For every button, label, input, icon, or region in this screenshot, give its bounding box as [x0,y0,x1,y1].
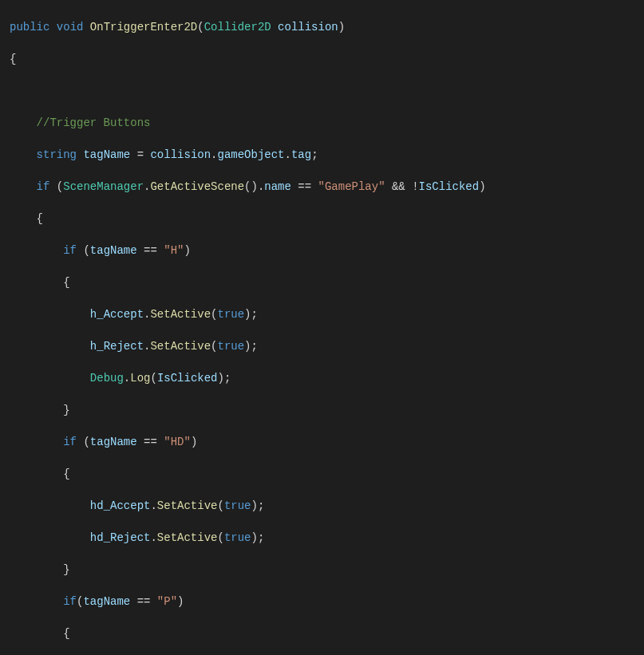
type-name: Collider2D [204,21,271,34]
code-line: h_Reject.SetActive(true); [3,338,644,354]
code-line: string tagName = collision.gameObject.ta… [3,147,644,163]
code-line: if (tagName == "H") [3,243,644,258]
code-line: hd_Accept.SetActive(true); [3,498,644,514]
code-editor[interactable]: public void OnTriggerEnter2D(Collider2D … [0,0,644,655]
code-line: { [3,466,644,482]
keyword-public: public [10,21,49,34]
code-line: hd_Reject.SetActive(true); [3,530,644,546]
code-line: //Trigger Buttons [3,115,644,131]
param-name: collision [278,21,338,34]
code-line [3,83,644,99]
comment: //Trigger Buttons [37,116,151,129]
code-line: } [3,402,644,418]
code-line: { [3,625,644,641]
code-line: h_Accept.SetActive(true); [3,306,644,322]
code-line: if (tagName == "HD") [3,434,644,450]
code-line: } [3,562,644,578]
keyword-void: void [57,21,84,34]
code-line: if(tagName == "P") [3,594,644,610]
code-line: { [3,51,644,67]
code-line: if (SceneManager.GetActiveScene().name =… [3,179,644,195]
code-line: { [3,274,644,290]
code-line: { [3,211,644,227]
method-name: OnTriggerEnter2D [90,21,197,34]
code-line: public void OnTriggerEnter2D(Collider2D … [3,19,644,35]
code-line: Debug.Log(IsClicked); [3,370,644,386]
